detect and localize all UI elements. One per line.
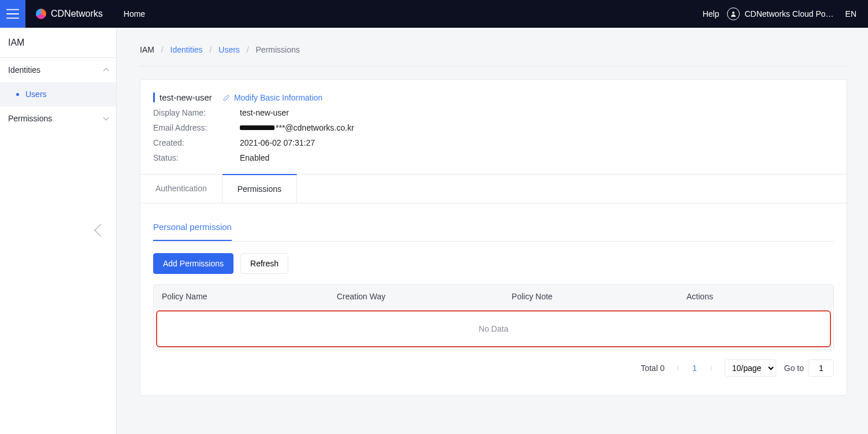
active-dot-icon bbox=[16, 93, 19, 96]
chevron-left-icon bbox=[94, 224, 107, 237]
hamburger-icon bbox=[6, 9, 19, 19]
account-menu[interactable]: CDNetworks Cloud Po… bbox=[727, 8, 841, 20]
goto-input[interactable] bbox=[808, 359, 834, 377]
breadcrumb: IAM / Identities / Users / Permissions bbox=[140, 45, 847, 66]
redacted-icon bbox=[240, 125, 275, 130]
breadcrumb-users[interactable]: Users bbox=[218, 45, 240, 54]
pagination-next[interactable]: 〉 bbox=[710, 363, 717, 373]
pagination: Total 0 〈 1 〉 10/page Go to bbox=[153, 359, 834, 377]
user-title: test-new-user bbox=[153, 92, 212, 102]
col-policy-name: Policy Name bbox=[162, 292, 337, 301]
subtab-personal-permission[interactable]: Personal permission bbox=[153, 216, 232, 241]
user-avatar-icon bbox=[727, 8, 740, 20]
user-card: test-new-user Modify Basic Information D… bbox=[140, 79, 847, 396]
created-value: 2021-06-02 07:31:27 bbox=[240, 138, 834, 147]
breadcrumb-current: Permissions bbox=[256, 45, 300, 54]
email-value: ***@cdnetworks.co.kr bbox=[240, 123, 834, 132]
language-switcher[interactable]: EN bbox=[842, 9, 856, 18]
sidenav-sub-users[interactable]: Users bbox=[0, 82, 116, 106]
svg-point-0 bbox=[732, 12, 735, 14]
col-policy-note: Policy Note bbox=[511, 292, 687, 301]
main-content: IAM / Identities / Users / Permissions t… bbox=[117, 28, 868, 434]
chevron-up-icon bbox=[103, 68, 109, 73]
pagination-prev[interactable]: 〈 bbox=[673, 363, 680, 373]
brand[interactable]: CDNetworks bbox=[25, 9, 113, 19]
modify-basic-info-link[interactable]: Modify Basic Information bbox=[222, 93, 322, 102]
home-link[interactable]: Home bbox=[113, 9, 155, 18]
chevron-down-icon bbox=[103, 114, 109, 120]
status-label: Status: bbox=[153, 153, 240, 162]
brand-text: CDNetworks bbox=[51, 9, 103, 19]
menu-toggle[interactable] bbox=[0, 0, 25, 28]
table-header: Policy Name Creation Way Policy Note Act… bbox=[154, 285, 833, 308]
page-size-select[interactable]: 10/page bbox=[725, 359, 776, 377]
sidenav-item-label: Permissions bbox=[8, 114, 52, 123]
prev-page-edge[interactable] bbox=[96, 225, 105, 236]
col-actions: Actions bbox=[687, 292, 825, 301]
display-name-label: Display Name: bbox=[153, 108, 240, 117]
help-link[interactable]: Help bbox=[695, 9, 728, 18]
refresh-button[interactable]: Refresh bbox=[240, 253, 288, 274]
permissions-table: Policy Name Creation Way Policy Note Act… bbox=[153, 284, 834, 350]
brand-logo-icon bbox=[36, 9, 46, 19]
status-value: Enabled bbox=[240, 153, 834, 162]
sidenav-item-identities[interactable]: Identities bbox=[0, 58, 116, 82]
account-name: CDNetworks Cloud Po… bbox=[744, 9, 833, 18]
edit-icon bbox=[222, 94, 231, 102]
breadcrumb-identities[interactable]: Identities bbox=[170, 45, 203, 54]
user-info-grid: Display Name: test-new-user Email Addres… bbox=[153, 108, 834, 162]
breadcrumb-root: IAM bbox=[140, 45, 154, 54]
tab-authentication[interactable]: Authentication bbox=[140, 175, 222, 203]
detail-tabs: Authentication Permissions bbox=[140, 174, 847, 203]
created-label: Created: bbox=[153, 138, 240, 147]
display-name-value: test-new-user bbox=[240, 108, 834, 117]
tab-permissions[interactable]: Permissions bbox=[222, 174, 297, 203]
email-label: Email Address: bbox=[153, 123, 240, 132]
add-permissions-button[interactable]: Add Permissions bbox=[153, 253, 233, 274]
table-empty-state: No Data bbox=[156, 310, 831, 347]
sidenav-sub-label: Users bbox=[25, 90, 47, 99]
pagination-total: Total 0 bbox=[641, 363, 665, 373]
topbar: CDNetworks Home Help CDNetworks Cloud Po… bbox=[0, 0, 868, 28]
sidenav-title: IAM bbox=[0, 28, 116, 58]
sidenav-item-permissions[interactable]: Permissions bbox=[0, 106, 116, 131]
pagination-page-1[interactable]: 1 bbox=[688, 363, 702, 373]
modify-basic-info-label: Modify Basic Information bbox=[234, 93, 322, 102]
col-creation-way: Creation Way bbox=[337, 292, 512, 301]
goto-label: Go to bbox=[784, 363, 804, 373]
permission-subtabs: Personal permission bbox=[153, 216, 834, 242]
sidenav-item-label: Identities bbox=[8, 65, 40, 75]
